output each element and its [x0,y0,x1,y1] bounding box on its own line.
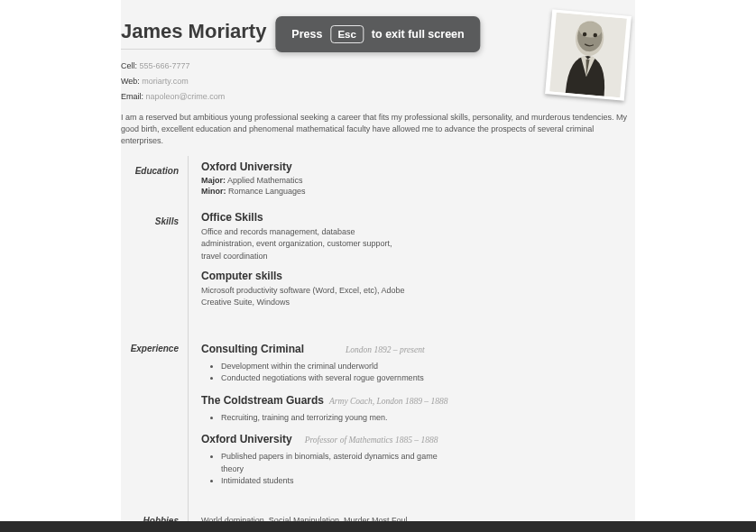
job1-sub: London 1892 – present [346,345,425,354]
minor-value: Romance Languages [228,187,306,196]
section-experience: Experience [131,344,179,353]
job2-title: The Coldstream Guards [201,394,324,407]
resume-page: James Moriarty Cell: 555-666-7777 Web: m… [121,0,635,532]
section-skills: Skills [155,216,179,226]
major-label: Major: [201,176,226,185]
list-item: Recruiting, training and terrorizing you… [221,412,456,425]
major-value: Applied Mathematics [227,176,303,185]
fullscreen-hint: Press Esc to exit full screen [275,16,480,52]
esc-key-icon: Esc [330,25,363,43]
email-label: Email: [121,92,143,101]
list-item: Intimidated students [221,475,456,488]
cell-label: Cell: [121,61,137,70]
minor-label: Minor: [201,187,226,196]
job1-title: Consulting Criminal [201,343,304,355]
cell-value: 555-666-7777 [140,61,190,70]
portrait-photo [545,9,632,100]
list-item: Development within the criminal underwor… [221,361,456,373]
email-link[interactable]: napoleon@crime.com [146,92,226,101]
footer-bar [0,521,756,532]
job3-title: Oxford University [201,433,292,445]
list-item: Published papers in binomials, asteroid … [221,451,456,475]
skills-group1-title: Office Skills [201,211,635,224]
web-link[interactable]: moriarty.com [142,77,188,86]
section-education: Education [135,166,179,176]
skills-group2-title: Computer skills [201,270,635,282]
skills-group2-desc: Microsoft productivity software (Word, E… [201,285,409,308]
fs-press-text: Press [291,28,322,41]
list-item: Conducted negotiations with several rogu… [221,372,456,385]
web-label: Web: [121,77,140,86]
fs-rest-text: to exit full screen [372,28,465,41]
education-school: Oxford University [201,161,635,173]
summary-text: I am a reserved but ambitious young prof… [121,112,635,147]
job3-sub: Professor of Mathematics 1885 – 1888 [305,436,438,445]
skills-group1-desc: Office and records management, database … [201,226,409,261]
job2-sub: Army Coach, London 1889 – 1888 [329,397,447,406]
